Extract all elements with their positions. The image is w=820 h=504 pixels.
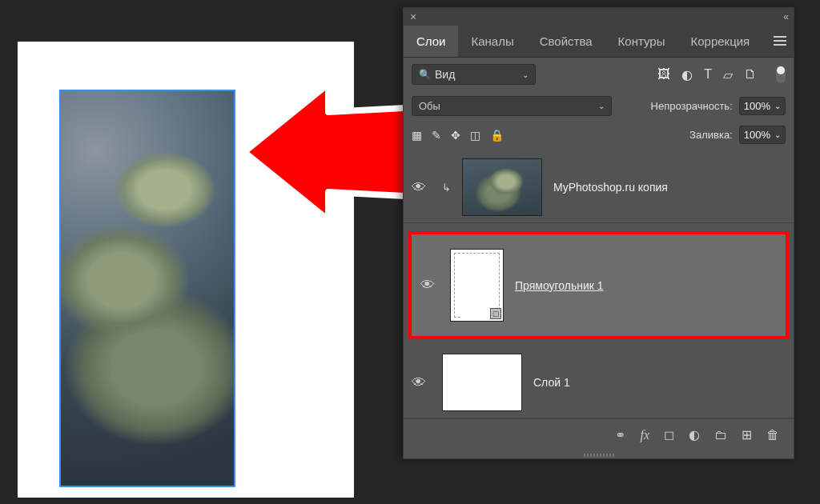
panel-tabs: Слои Каналы Свойства Контуры Коррекция (404, 26, 794, 58)
collapse-icon[interactable]: « (783, 11, 787, 22)
opacity-input[interactable]: 100% ⌄ (739, 97, 786, 115)
layer-row[interactable]: 👁 ↳ MyPhotoshop.ru копия (404, 152, 794, 223)
layers-panel: × « Слои Каналы Свойства Контуры Коррекц… (403, 7, 794, 459)
visibility-toggle[interactable]: 👁 (416, 277, 439, 294)
panel-footer: ⚭ fx ◻ ◐ 🗀 ⊞ 🗑 (404, 418, 794, 452)
tab-properties[interactable]: Свойства (527, 26, 605, 57)
layer-thumbnail[interactable] (462, 158, 542, 216)
panel-titlebar: × « (404, 8, 794, 26)
link-layers-icon[interactable]: ⚭ (615, 427, 625, 442)
shape-badge-icon: ▢ (490, 308, 501, 319)
pixel-filter-icon[interactable]: 🖼 (657, 67, 670, 82)
layer-thumbnail[interactable] (442, 354, 522, 411)
panel-resize-handle[interactable] (404, 452, 794, 458)
layer-name[interactable]: MyPhotoshop.ru копия (553, 181, 668, 194)
chevron-down-icon: ⌄ (774, 102, 781, 110)
lock-artboard-icon[interactable]: ◫ (470, 129, 480, 142)
layer-filter-select[interactable]: 🔍 Вид ⌄ (412, 64, 536, 85)
chevron-down-icon: ⌄ (774, 130, 781, 139)
adjustment-filter-icon[interactable]: ◐ (681, 67, 693, 82)
layer-filter-row: 🔍 Вид ⌄ 🖼 ◐ T ▱ 🗋 (404, 58, 794, 91)
layers-list: 👁 ↳ MyPhotoshop.ru копия 👁 ▢ Прямоугольн… (404, 149, 794, 418)
tab-paths[interactable]: Контуры (605, 26, 678, 57)
fill-label: Заливка: (689, 129, 733, 141)
type-filter-icon[interactable]: T (704, 67, 712, 82)
fx-icon[interactable]: fx (640, 428, 649, 442)
opacity-label: Непрозрачность: (651, 100, 733, 112)
new-layer-icon[interactable]: ⊞ (742, 427, 752, 442)
blend-mode-value: Обы (419, 100, 440, 112)
layer-name[interactable]: Слой 1 (533, 376, 570, 389)
tab-layers[interactable]: Слои (404, 26, 458, 57)
blend-mode-select[interactable]: Обы ⌄ (412, 96, 612, 116)
shape-filter-icon[interactable]: ▱ (723, 67, 733, 82)
clipped-image-content (61, 91, 234, 486)
fill-input[interactable]: 100% ⌄ (739, 126, 786, 144)
panel-menu-icon[interactable] (762, 26, 798, 57)
tab-adjustments[interactable]: Коррекция (677, 26, 762, 57)
lock-fill-row: ▦ ✎ ✥ ◫ 🔒 Заливка: 100% ⌄ (404, 121, 794, 149)
fill-value: 100% (744, 129, 770, 141)
layer-name[interactable]: Прямоугольник 1 (515, 279, 604, 292)
document-canvas[interactable] (18, 42, 354, 498)
lock-all-icon[interactable]: 🔒 (490, 129, 504, 142)
group-icon[interactable]: 🗀 (714, 428, 727, 442)
filter-type-icons: 🖼 ◐ T ▱ 🗋 (657, 66, 786, 83)
filter-label: Вид (435, 68, 522, 81)
trash-icon[interactable]: 🗑 (766, 428, 779, 442)
opacity-value: 100% (744, 100, 770, 112)
mask-icon[interactable]: ◻ (664, 427, 674, 442)
blend-opacity-row: Обы ⌄ Непрозрачность: 100% ⌄ (404, 91, 794, 121)
close-icon[interactable]: × (410, 10, 416, 23)
clip-indicator-icon: ↳ (442, 182, 451, 194)
layer-row[interactable]: 👁 Слой 1 (404, 347, 794, 418)
lock-move-icon[interactable]: ✥ (451, 129, 460, 142)
chevron-down-icon: ⌄ (522, 70, 529, 79)
visibility-toggle[interactable]: 👁 (407, 179, 431, 196)
tab-channels[interactable]: Каналы (458, 26, 526, 57)
chevron-down-icon: ⌄ (598, 102, 605, 110)
visibility-toggle[interactable]: 👁 (407, 374, 431, 391)
layer-row-highlighted[interactable]: 👁 ▢ Прямоугольник 1 (408, 231, 789, 339)
search-icon: 🔍 (419, 69, 431, 80)
smartobject-filter-icon[interactable]: 🗋 (744, 67, 757, 82)
selected-rectangle-shape[interactable] (59, 90, 235, 487)
filter-toggle[interactable] (776, 66, 786, 83)
adjustment-layer-icon[interactable]: ◐ (689, 427, 700, 442)
lock-brush-icon[interactable]: ✎ (432, 129, 441, 142)
lock-transparent-icon[interactable]: ▦ (412, 129, 422, 142)
layer-thumbnail[interactable]: ▢ (450, 249, 504, 322)
